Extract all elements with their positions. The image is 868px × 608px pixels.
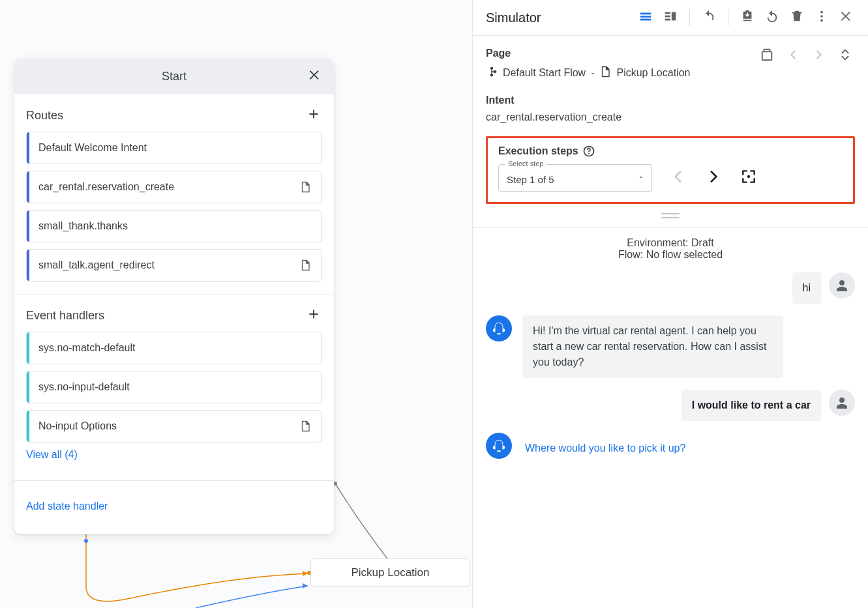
- step-next-button[interactable]: [703, 167, 724, 188]
- event-handlers-section-header: Event handlers: [26, 302, 322, 332]
- view-all-handlers-button[interactable]: View all (4): [26, 442, 78, 467]
- close-simulator-button[interactable]: [835, 7, 858, 29]
- page-breadcrumb: Default Start Flow - Pickup Location: [486, 66, 855, 80]
- dense-lines-icon: [638, 9, 653, 26]
- page-prev-button[interactable]: [783, 46, 803, 66]
- plus-icon: [307, 307, 321, 324]
- chat-message-row: hi: [486, 272, 855, 304]
- row-stripe: [27, 171, 29, 203]
- page-section-label: Page: [486, 48, 511, 59]
- breadcrumb-page: Pickup Location: [616, 67, 690, 79]
- download-icon: [740, 9, 755, 26]
- simulator-toolbar: [635, 7, 858, 29]
- select-step-dropdown[interactable]: Select step Step 1 of 5: [498, 164, 652, 192]
- routes-section-header: Routes: [26, 102, 322, 132]
- clipboard-icon: [760, 48, 774, 65]
- user-message-bubble: hi: [792, 272, 821, 304]
- route-row[interactable]: small_talk.agent_redirect: [26, 249, 322, 282]
- add-route-button[interactable]: [305, 107, 322, 124]
- close-icon: [308, 68, 322, 85]
- user-message-bubble: I would like to rent a car: [681, 390, 821, 421]
- route-label: car_rental.reservation_create: [38, 181, 293, 193]
- svg-rect-8: [665, 19, 670, 21]
- event-handler-row[interactable]: No-input Options: [26, 410, 322, 442]
- undo-button[interactable]: [698, 7, 720, 29]
- svg-rect-7: [665, 16, 670, 18]
- intent-section-label: Intent: [486, 94, 855, 106]
- page-icon: [599, 66, 611, 80]
- trash-icon: [790, 9, 804, 26]
- row-stripe: [27, 371, 29, 403]
- svg-point-1: [84, 539, 88, 543]
- select-step-value: Step 1 of 5: [507, 174, 554, 185]
- start-node-header: Start: [14, 59, 334, 94]
- collapse-icon: [838, 48, 852, 65]
- route-row[interactable]: Default Welcome Intent: [26, 132, 322, 164]
- help-icon[interactable]: [582, 145, 595, 158]
- start-node-title: Start: [162, 70, 187, 83]
- add-state-handler-button[interactable]: Add state handler: [26, 487, 108, 519]
- row-stripe: [27, 332, 29, 364]
- row-stripe: [27, 250, 29, 281]
- clipboard-button[interactable]: [757, 46, 777, 66]
- event-handler-label: sys.no-input-default: [38, 381, 312, 393]
- reset-button[interactable]: [761, 7, 783, 29]
- step-focus-button[interactable]: [738, 167, 759, 188]
- delete-button[interactable]: [786, 7, 808, 29]
- close-start-node-button[interactable]: [307, 68, 323, 85]
- svg-rect-5: [640, 19, 651, 21]
- overflow-menu-button[interactable]: [811, 7, 833, 29]
- event-handlers-list: sys.no-match-defaultsys.no-input-default…: [26, 332, 322, 442]
- route-row[interactable]: car_rental.reservation_create: [26, 171, 322, 203]
- page-icon: [298, 419, 312, 433]
- toolbar-separator: [728, 9, 728, 26]
- download-button[interactable]: [736, 7, 758, 29]
- svg-point-10: [820, 11, 823, 14]
- add-event-handler-button[interactable]: [305, 307, 322, 324]
- routes-list: Default Welcome Intentcar_rental.reserva…: [26, 132, 322, 282]
- chevron-right-icon: [705, 168, 722, 188]
- route-row[interactable]: small_thank.thanks: [26, 210, 322, 242]
- start-node-card: Start Routes Default Welc: [14, 59, 334, 534]
- flow-canvas[interactable]: Start Routes Default Welc: [0, 0, 472, 608]
- pickup-location-node-label: Pickup Location: [351, 566, 429, 579]
- execution-steps-highlight: Execution steps Select step Step 1 of 5: [486, 136, 855, 204]
- chevron-right-icon: [812, 48, 826, 65]
- compact-view-icon: [663, 9, 678, 26]
- undo-icon: [702, 9, 716, 26]
- row-stripe: [27, 132, 29, 164]
- svg-point-12: [820, 20, 823, 22]
- dense-lines-button[interactable]: [635, 7, 657, 29]
- select-step-float-label: Select step: [505, 160, 546, 167]
- user-avatar: [829, 272, 855, 298]
- section-divider: [14, 480, 334, 481]
- route-label: small_thank.thanks: [38, 220, 312, 232]
- pickup-location-node[interactable]: Pickup Location: [310, 558, 470, 587]
- agent-message-link[interactable]: Where would you like to pick it up?: [522, 433, 696, 464]
- chevron-left-icon: [670, 168, 687, 188]
- route-label: small_talk.agent_redirect: [38, 259, 293, 271]
- svg-point-15: [747, 175, 750, 178]
- chat-context-info: Environment: Draft Flow: No flow selecte…: [486, 237, 855, 261]
- breadcrumb-separator: -: [591, 67, 594, 79]
- event-handler-label: No-input Options: [38, 420, 293, 432]
- event-handler-row[interactable]: sys.no-match-default: [26, 332, 322, 364]
- intent-value: car_rental.reservation_create: [486, 111, 855, 123]
- agent-avatar: [486, 315, 512, 341]
- svg-rect-6: [665, 12, 670, 14]
- plus-icon: [307, 107, 321, 124]
- step-prev-button[interactable]: [668, 167, 689, 188]
- event-handler-row[interactable]: sys.no-input-default: [26, 371, 322, 403]
- section-divider: [14, 295, 334, 295]
- svg-point-11: [820, 15, 823, 18]
- row-stripe: [27, 411, 29, 442]
- page-icon: [298, 180, 312, 194]
- route-label: Default Welcome Intent: [38, 142, 312, 154]
- collapse-button[interactable]: [835, 46, 855, 66]
- page-next-button[interactable]: [809, 46, 829, 66]
- row-stripe: [27, 210, 29, 242]
- compact-view-button[interactable]: [659, 7, 681, 29]
- user-avatar: [829, 390, 855, 416]
- more-vert-icon: [815, 9, 829, 26]
- resize-handle[interactable]: [486, 213, 855, 218]
